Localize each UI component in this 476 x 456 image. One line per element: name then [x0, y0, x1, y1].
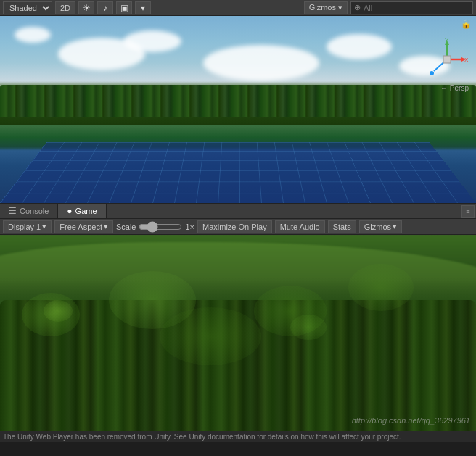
scene-search-input[interactable]	[361, 1, 469, 14]
svg-text:X: X	[464, 57, 469, 63]
scale-label: Scale	[116, 223, 136, 231]
console-icon: ☰	[9, 206, 17, 216]
console-tab-label: Console	[20, 207, 49, 215]
scale-slider[interactable]	[139, 223, 182, 231]
lock-icon[interactable]: 🔒	[461, 19, 472, 29]
cloud-2	[123, 30, 181, 52]
aspect-label: Free Aspect	[60, 223, 102, 231]
scene-grid	[0, 142, 476, 203]
tree-highlight-4	[348, 264, 414, 311]
gizmo-widget[interactable]: Y X ← Persp	[425, 38, 469, 92]
scene-viewport: Y X ← Persp 🔒	[0, 16, 476, 203]
2d-toggle-button[interactable]: 2D	[55, 1, 75, 14]
display-dropdown-arrow: ▾	[42, 222, 46, 231]
game-icon: ●	[67, 206, 72, 216]
svg-text:Y: Y	[445, 38, 449, 43]
tree-highlight-5	[160, 307, 261, 365]
svg-rect-6	[443, 56, 451, 63]
aspect-dropdown-arrow: ▾	[104, 222, 108, 231]
mute-audio-button[interactable]: Mute Audio	[275, 220, 325, 233]
aspect-dropdown[interactable]: Free Aspect ▾	[54, 220, 113, 233]
game-gizmos-label: Gizmos	[364, 223, 391, 231]
cloud-6	[15, 27, 51, 43]
scene-top-toolbar: Shaded 2D ☀ ♪ ▣ ▾ Gizmos ▾ ⊕	[0, 0, 476, 16]
game-tab-label: Game	[75, 207, 97, 215]
scale-value: 1×	[185, 223, 194, 231]
lighting-button[interactable]: ☀	[78, 1, 94, 14]
console-tab[interactable]: ☰ Console	[0, 204, 58, 218]
cloud-3	[203, 45, 319, 81]
gizmo-axes: Y X	[425, 38, 469, 81]
leaf-light-2	[290, 315, 327, 340]
search-container: ⊕	[350, 1, 473, 14]
watermark: http://blog.csdn.net/qq_36297961	[352, 416, 470, 425]
scene-treeline	[0, 85, 476, 117]
svg-point-5	[430, 71, 434, 75]
display-label: Display 1	[8, 223, 41, 231]
tab-bar: ☰ Console ● Game ≡	[0, 203, 476, 219]
gizmos-button[interactable]: Gizmos ▾	[304, 1, 348, 14]
game-gizmos-arrow: ▾	[393, 222, 397, 231]
bottom-bar: The Unity Web Player has been removed fr…	[0, 431, 476, 442]
tab-menu-button[interactable]: ≡	[461, 205, 475, 218]
game-tab[interactable]: ● Game	[58, 204, 106, 218]
shading-dropdown[interactable]: Shaded	[3, 1, 52, 14]
status-text: The Unity Web Player has been removed fr…	[3, 433, 401, 441]
stats-button[interactable]: Stats	[328, 220, 356, 233]
gizmo-persp-label: ← Persp	[440, 84, 469, 92]
leaf-light-1	[44, 300, 73, 322]
effects-dropdown-button[interactable]: ▾	[135, 1, 151, 14]
scale-control: Scale 1×	[116, 223, 194, 231]
search-prefix-icon: ⊕	[354, 3, 361, 12]
display-dropdown[interactable]: Display 1 ▾	[3, 220, 52, 233]
game-gizmos-button[interactable]: Gizmos ▾	[359, 220, 402, 233]
maximize-on-play-button[interactable]: Maximize On Play	[197, 220, 272, 233]
audio-button[interactable]: ♪	[97, 1, 113, 14]
game-viewport: http://blog.csdn.net/qq_36297961	[0, 235, 476, 431]
cloud-4	[327, 34, 392, 59]
game-toolbar: Display 1 ▾ Free Aspect ▾ Scale 1× Maxim…	[0, 219, 476, 235]
effects-button[interactable]: ▣	[116, 1, 132, 14]
